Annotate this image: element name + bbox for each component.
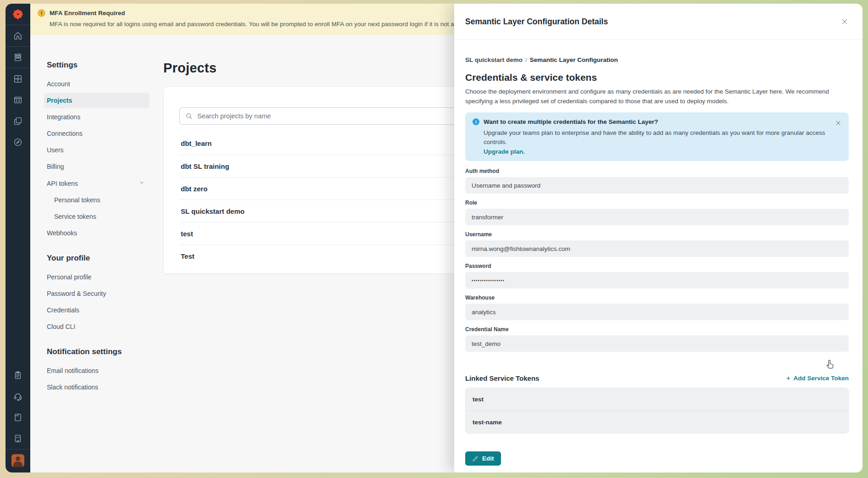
search-input[interactable] — [197, 112, 485, 120]
role-label: Role — [465, 200, 849, 206]
support-nav[interactable] — [6, 386, 30, 407]
sidebar-item-cloud-cli[interactable]: Cloud CLI — [44, 319, 150, 334]
tasks-nav[interactable] — [6, 365, 30, 386]
settings-nav-header: Settings — [47, 61, 150, 70]
clipboard-icon — [13, 370, 23, 380]
warehouse-input[interactable]: analytics — [465, 304, 849, 320]
organization-building-icon — [13, 434, 23, 444]
auth-method-input[interactable]: Username and password — [465, 177, 849, 194]
sidebar-item-personal-tokens[interactable]: Personal tokens — [44, 192, 150, 208]
sidebar-item-email-notifications[interactable]: Email notifications — [44, 363, 150, 378]
username-label: Username — [465, 231, 849, 238]
user-avatar[interactable] — [11, 454, 24, 467]
credential-name-input[interactable]: test_demo — [465, 335, 849, 352]
auth-method-label: Auth method — [465, 168, 849, 174]
sidebar-item-label: Credentials — [47, 306, 79, 314]
password-label: Password — [465, 263, 849, 269]
upgrade-plan-link[interactable]: Upgrade plan. — [484, 148, 830, 155]
sidebar-item-label: Account — [47, 80, 70, 88]
settings-nav: Settings Account Projects Integrations C… — [44, 61, 150, 396]
warning-icon: ! — [38, 9, 45, 17]
rail-divider — [6, 449, 30, 450]
docs-nav[interactable] — [6, 111, 30, 132]
sidebar-item-label: Integrations — [47, 113, 80, 121]
linked-tokens-header: Linked Service Tokens +Add Service Token — [465, 374, 849, 382]
add-service-token-button[interactable]: +Add Service Token — [787, 375, 849, 382]
sidebar-item-personal-profile[interactable]: Personal profile — [44, 269, 150, 285]
sidebar-item-label: API tokens — [47, 180, 78, 187]
sidebar-item-label: Password & Security — [47, 290, 106, 297]
dbt-logo-icon — [12, 8, 24, 20]
mfa-banner-title: MFA Enrollment Required — [50, 10, 125, 17]
sidebar-item-webhooks[interactable]: Webhooks — [44, 225, 150, 241]
panel-body: SL quickstart demo/Semantic Layer Config… — [454, 40, 862, 472]
breadcrumb-separator: / — [525, 56, 527, 63]
sidebar-item-label: Webhooks — [47, 229, 77, 237]
username-input[interactable]: mirna.wong@fishtownanalytics.com — [465, 240, 849, 257]
desktop-background: ! MFA Enrollment Required MFA is now req… — [0, 0, 868, 478]
project-search — [179, 107, 491, 125]
sidebar-item-label: Users — [47, 146, 64, 154]
sidebar-item-billing[interactable]: Billing — [44, 159, 150, 174]
info-banner-close-button[interactable] — [833, 118, 843, 128]
section-title: Credentials & service tokens — [465, 72, 849, 83]
nav-gap — [44, 335, 150, 347]
sidebar-item-label: Connections — [47, 130, 83, 137]
credential-name-label: Credential Name — [465, 326, 849, 333]
sidebar-item-label: Service tokens — [54, 213, 96, 220]
sidebar-item-projects[interactable]: Projects — [44, 93, 150, 108]
credentials-form: Auth methodUsername and password Roletra… — [465, 168, 849, 352]
password-input[interactable]: •••••••••••••••• — [465, 272, 849, 289]
edit-button-label: Edit — [482, 455, 494, 462]
sidebar-item-label: Cloud CLI — [47, 323, 75, 330]
token-row: test-name — [466, 411, 848, 433]
info-banner-title: Want to create multiple credentials for … — [484, 118, 658, 125]
resources-nav[interactable] — [6, 407, 30, 428]
sidebar-item-users[interactable]: Users — [44, 142, 150, 158]
sidebar-item-label: Billing — [47, 163, 64, 170]
sidebar-item-label: Personal profile — [47, 273, 91, 281]
info-icon: i — [473, 118, 479, 125]
chevron-down-icon — [139, 179, 145, 187]
breadcrumb: SL quickstart demo/Semantic Layer Config… — [465, 56, 849, 63]
sidebar-item-slack-notifications[interactable]: Slack notifications — [44, 379, 150, 395]
sidebar-item-account[interactable]: Account — [44, 76, 150, 92]
organization-nav[interactable] — [6, 428, 30, 449]
sidebar-item-label: Slack notifications — [47, 384, 98, 391]
develop-ide-icon — [13, 95, 23, 105]
panel-header: Semantic Layer Configuration Details — [454, 4, 862, 40]
sidebar-item-integrations[interactable]: Integrations — [44, 109, 150, 125]
sidebar-item-api-tokens[interactable]: API tokens — [44, 175, 150, 191]
search-icon — [185, 112, 193, 120]
edit-button[interactable]: Edit — [465, 451, 501, 466]
sidebar-item-label: Personal tokens — [54, 196, 100, 204]
info-banner-body: Upgrade your teams plan to enterprise an… — [484, 128, 830, 147]
sidebar-item-service-tokens[interactable]: Service tokens — [44, 209, 150, 224]
panel-close-button[interactable] — [840, 17, 850, 27]
panel-title: Semantic Layer Configuration Details — [465, 17, 608, 27]
explore-nav[interactable] — [6, 132, 30, 153]
deploy-nav[interactable] — [6, 47, 30, 68]
dashboard-nav[interactable] — [6, 68, 30, 89]
pencil-icon — [472, 456, 479, 462]
role-input[interactable]: transformer — [465, 209, 849, 225]
section-description: Choose the deployment environment and co… — [465, 87, 849, 106]
dbt-logo[interactable] — [6, 4, 30, 25]
close-icon — [835, 120, 841, 126]
sidebar-item-credentials[interactable]: Credentials — [44, 302, 150, 318]
develop-nav[interactable] — [6, 89, 30, 111]
linked-tokens-title: Linked Service Tokens — [465, 374, 539, 382]
upgrade-info-banner: i Want to create multiple credentials fo… — [465, 112, 849, 161]
plus-icon: + — [787, 375, 790, 382]
sidebar-item-password-security[interactable]: Password & Security — [44, 286, 150, 301]
notifications-nav-header: Notification settings — [47, 347, 150, 356]
warehouse-label: Warehouse — [465, 295, 849, 301]
close-icon — [841, 18, 848, 25]
sidebar-item-label: Email notifications — [47, 367, 99, 374]
sidebar-item-connections[interactable]: Connections — [44, 126, 150, 141]
app-window: ! MFA Enrollment Required MFA is now req… — [6, 4, 862, 472]
explore-compass-icon — [13, 137, 23, 147]
linked-tokens-list: test test-name — [465, 388, 849, 434]
home-nav[interactable] — [6, 25, 30, 46]
breadcrumb-parent[interactable]: SL quickstart demo — [465, 56, 523, 63]
